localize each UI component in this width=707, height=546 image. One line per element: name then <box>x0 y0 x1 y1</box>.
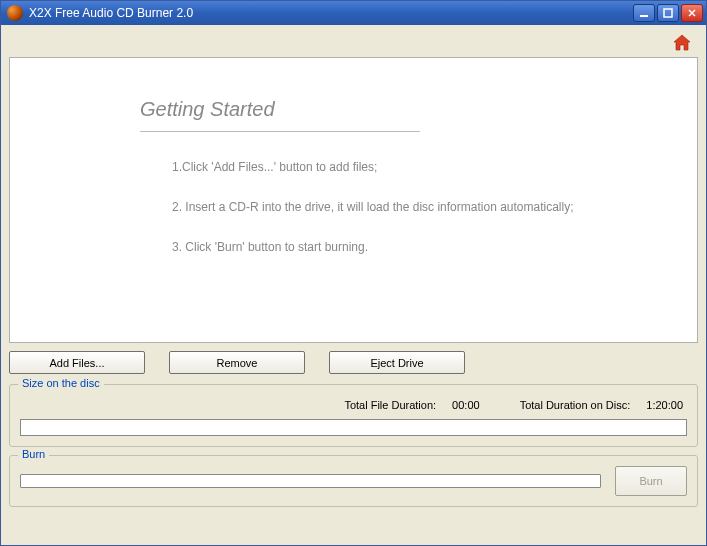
disc-duration-label: Total Duration on Disc: <box>520 399 631 411</box>
close-icon <box>687 8 697 18</box>
window-title: X2X Free Audio CD Burner 2.0 <box>29 6 631 20</box>
svg-rect-0 <box>640 15 648 17</box>
step-1: 1.Click 'Add Files...' button to add fil… <box>140 160 697 174</box>
size-info-row: Total File Duration: 00:00 Total Duratio… <box>20 395 687 419</box>
maximize-button[interactable] <box>657 4 679 22</box>
titlebar: X2X Free Audio CD Burner 2.0 <box>1 1 706 25</box>
heading-underline <box>140 131 420 132</box>
size-bar <box>20 419 687 436</box>
size-legend: Size on the disc <box>18 377 104 389</box>
app-icon <box>7 5 23 21</box>
step-2: 2. Insert a CD-R into the drive, it will… <box>140 200 697 214</box>
add-files-button[interactable]: Add Files... <box>9 351 145 374</box>
remove-button[interactable]: Remove <box>169 351 305 374</box>
burn-progress-bar <box>20 474 601 488</box>
burn-fieldset: Burn Burn <box>9 455 698 507</box>
home-row <box>9 31 698 57</box>
getting-started-heading: Getting Started <box>140 98 697 121</box>
minimize-button[interactable] <box>633 4 655 22</box>
content-panel: Getting Started 1.Click 'Add Files...' b… <box>9 57 698 343</box>
file-duration-label: Total File Duration: <box>344 399 436 411</box>
burn-legend: Burn <box>18 448 49 460</box>
home-icon[interactable] <box>672 33 692 53</box>
burn-button[interactable]: Burn <box>615 466 687 496</box>
disc-duration-value: 1:20:00 <box>646 399 683 411</box>
toolbar-buttons: Add Files... Remove Eject Drive <box>9 343 698 384</box>
file-duration-value: 00:00 <box>452 399 480 411</box>
step-3: 3. Click 'Burn' button to start burning. <box>140 240 697 254</box>
app-window: X2X Free Audio CD Burner 2.0 Getting Sta… <box>0 0 707 546</box>
eject-drive-button[interactable]: Eject Drive <box>329 351 465 374</box>
minimize-icon <box>639 8 649 18</box>
maximize-icon <box>663 8 673 18</box>
close-button[interactable] <box>681 4 703 22</box>
svg-rect-1 <box>664 9 672 17</box>
size-fieldset: Size on the disc Total File Duration: 00… <box>9 384 698 447</box>
upper-area: Getting Started 1.Click 'Add Files...' b… <box>1 25 706 384</box>
burn-row: Burn <box>20 466 687 496</box>
